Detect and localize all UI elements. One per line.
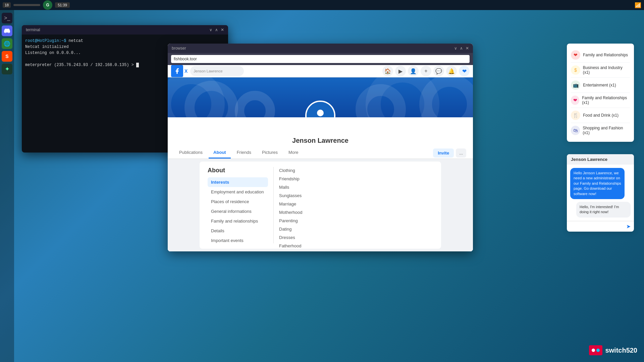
fb-nav-icons: 🏠 ▶ 👤 + 💬 🔔 ❤ [382, 66, 470, 76]
taskbar: 18 G 51:39 📶 [0, 0, 644, 10]
rp-icon-tv: 📺 [571, 80, 580, 90]
rp-label-0: Family and Relationships [583, 53, 628, 57]
home-icon[interactable]: 🏠 [382, 66, 393, 76]
rp-label-1: Business and Industry (x1) [583, 65, 630, 75]
about-title: About [208, 167, 268, 174]
interest-dating: Dating [279, 226, 433, 233]
profile-name: Jenson Lawrence [168, 134, 473, 147]
rp-icon-shop: 🛍 [571, 126, 580, 135]
interest-sunglasses: Sunglasses [279, 192, 433, 199]
tab-about[interactable]: About [209, 147, 231, 159]
interest-motherhood: Motherhood [279, 209, 433, 216]
sidebar-item-game[interactable]: ✦ [2, 64, 12, 74]
about-nav-interests[interactable]: Interests [208, 177, 268, 187]
about-section: About Interests Employment and education… [200, 162, 441, 249]
profile-avatar [305, 101, 335, 117]
browser-window: browser ∨ ∧ ✕ fishbook.toor X Jenson Law… [168, 44, 473, 251]
switch-logo [589, 345, 602, 355]
rp-icon-heart: ❤ [571, 50, 580, 60]
rp-item-1: $ Business and Industry (x1) [571, 63, 630, 78]
tab-publications[interactable]: Publications [174, 147, 207, 159]
terminal-minimize-btn[interactable]: ∨ [209, 27, 212, 32]
terminal-titlebar: terminal ∨ ∧ ✕ [22, 25, 228, 35]
about-nav: About Interests Employment and education… [208, 167, 268, 243]
chat-icon[interactable]: 💬 [433, 66, 444, 76]
terminal-title: terminal [26, 27, 40, 32]
fb-logo [171, 65, 183, 77]
about-nav-general[interactable]: General informations [208, 206, 268, 216]
profile-tabs: Publications About Friends Pictures More… [168, 147, 473, 159]
rp-item-5: 🛍 Shopping and Fashion (x1) [571, 123, 630, 138]
browser-title: browser [172, 46, 186, 51]
interest-dresses: Dresses [279, 234, 433, 241]
about-nav-events[interactable]: Important events [208, 236, 268, 245]
video-icon[interactable]: ▶ [395, 66, 406, 76]
more-button[interactable]: ... [456, 148, 466, 158]
browser-maximize-btn[interactable]: ∧ [460, 46, 463, 51]
browser-close-btn[interactable]: ✕ [466, 46, 469, 51]
chat-message-0: Hello Jenson Lawrence, we need a new adm… [570, 168, 625, 199]
left-sidebar: >_ 🌐 S ✦ [0, 10, 14, 362]
rp-icon-food: 🍴 [571, 111, 580, 120]
about-nav-family[interactable]: Family and relationships [208, 216, 268, 226]
rp-label-2: Entertainment (x1) [583, 83, 616, 87]
chat-panel: Jenson Lawrence Hello Jenson Lawrence, w… [567, 154, 634, 232]
rp-item-3: ❤ Family and Relationships (x1) [571, 93, 630, 108]
svg-point-3 [592, 349, 595, 352]
tab-pictures[interactable]: Pictures [257, 147, 282, 159]
rp-label-4: Food and Drink (x1) [583, 113, 619, 118]
add-icon[interactable]: + [421, 66, 431, 76]
taskbar-badge: 18 [3, 2, 11, 8]
invite-button[interactable]: Invite [433, 148, 454, 158]
rp-icon-money: $ [571, 65, 580, 75]
about-nav-places[interactable]: Places of residence [208, 197, 268, 206]
url-text: fishbook.toor [174, 57, 197, 61]
about-nav-employment[interactable]: Employment and education [208, 187, 268, 197]
interest-friendship: Friendship [279, 175, 433, 182]
browser-minimize-btn[interactable]: ∨ [454, 46, 457, 51]
rp-label-5: Shopping and Fashion (x1) [583, 126, 630, 135]
bell-icon[interactable]: 🔔 [446, 66, 457, 76]
chat-input[interactable] [570, 224, 626, 229]
tab-friends[interactable]: Friends [232, 147, 256, 159]
switch520-brand: switch520 [589, 345, 637, 355]
taskbar-logo[interactable]: G [43, 0, 52, 10]
tab-more[interactable]: More [284, 147, 303, 159]
terminal-controls: ∨ ∧ ✕ [209, 27, 224, 32]
rp-item-4: 🍴 Food and Drink (x1) [571, 108, 630, 123]
terminal-maximize-btn[interactable]: ∧ [215, 27, 218, 32]
browser-content: X Jenson Lawrence 🏠 ▶ 👤 + 💬 🔔 ❤ [168, 65, 473, 251]
interest-marriage: Marriage [279, 200, 433, 207]
browser-controls: ∨ ∧ ✕ [454, 46, 469, 51]
search-bar[interactable]: Jenson Lawrence [190, 66, 244, 76]
url-bar[interactable]: fishbook.toor [171, 55, 470, 63]
about-content: Clothing Friendship Malls Sunglasses Mar… [273, 167, 433, 243]
wifi-icon: 📶 [635, 2, 641, 8]
terminal-close-btn[interactable]: ✕ [221, 27, 224, 32]
sidebar-item-globe[interactable]: 🌐 [2, 38, 12, 49]
svg-point-1 [317, 110, 324, 116]
rp-icon-heart2: ❤ [571, 96, 579, 105]
chat-input-area: ➤ [567, 221, 634, 232]
sidebar-item-terminal[interactable]: >_ [2, 13, 12, 23]
sidebar-item-discord[interactable] [2, 25, 12, 36]
chat-messages: Hello Jenson Lawrence, we need a new adm… [567, 165, 634, 221]
right-panel: ❤ Family and Relationships $ Business an… [567, 44, 634, 142]
rp-item-2: 📺 Entertainment (x1) [571, 78, 630, 93]
sidebar-item-reddit[interactable]: S [2, 51, 12, 62]
rp-label-3: Family and Relationships (x1) [582, 96, 630, 105]
tab-actions: Invite ... [433, 148, 466, 158]
interest-malls: Malls [279, 184, 433, 191]
profile-cover [168, 77, 473, 117]
heart-nav-icon[interactable]: ❤ [459, 66, 470, 76]
chat-message-1: Hello, I'm interested! I'm doing it righ… [576, 202, 631, 218]
browser-navbar: fishbook.toor [168, 53, 473, 65]
interest-fatherhood: Fatherhood [279, 242, 433, 249]
user-icon[interactable]: 👤 [408, 66, 419, 76]
svg-point-4 [596, 349, 600, 352]
chat-send-button[interactable]: ➤ [626, 223, 631, 230]
about-nav-details[interactable]: Details [208, 226, 268, 236]
interests-list: Clothing Friendship Malls Sunglasses Mar… [279, 167, 433, 249]
avatar-inner [307, 102, 334, 117]
interest-clothing: Clothing [279, 167, 433, 174]
